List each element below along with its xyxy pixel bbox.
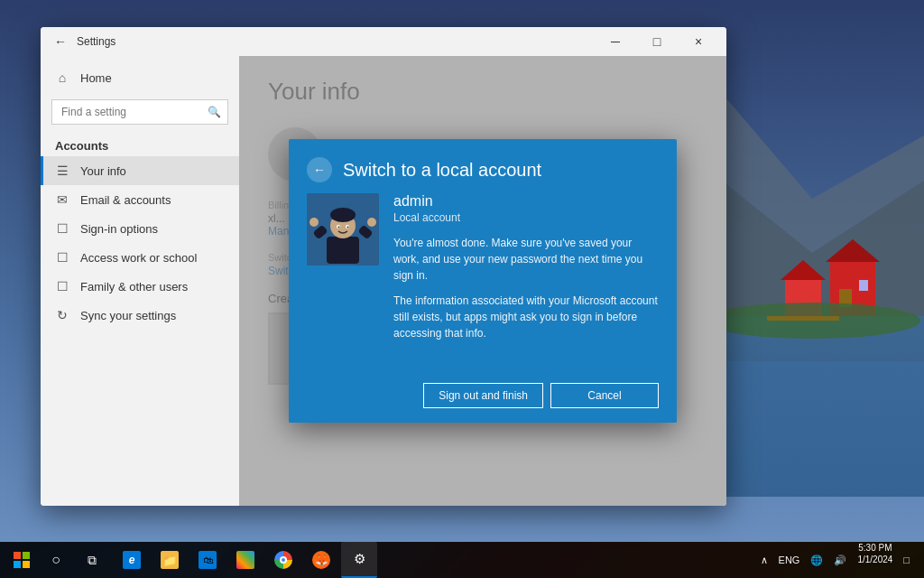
search-circle-icon: ○ (51, 552, 60, 568)
sidebar-item-your-info[interactable]: ☰ Your info (41, 156, 239, 185)
taskbar-edge-app[interactable]: e (114, 542, 150, 578)
store-icon: 🛍 (199, 551, 217, 569)
title-bar-controls: ─ □ × (595, 27, 719, 56)
settings-window: ← Settings ─ □ × ⌂ Home 🔍 Accounts ☰ You… (41, 27, 726, 506)
sidebar-item-sign-in-options[interactable]: ☐ Sign-in options (41, 214, 239, 243)
firefox-icon: 🦊 (312, 551, 330, 569)
sidebar-item-family-users[interactable]: ☐ Family & other users (41, 272, 239, 301)
close-button[interactable]: × (678, 27, 719, 56)
dialog-overlay: ← Switch to a local account (239, 56, 726, 506)
main-content: Your info Microsoft account Manage my Mi… (239, 56, 726, 506)
sign-in-icon: ☐ (55, 221, 69, 236)
sidebar-item-sync-label: Sync your settings (80, 309, 176, 322)
avatar-svg (307, 193, 379, 266)
sign-out-finish-button[interactable]: Sign out and finish (423, 383, 543, 408)
taskbar-explorer-app[interactable]: 📁 (152, 542, 188, 578)
svg-rect-15 (767, 316, 839, 321)
svg-rect-24 (332, 211, 354, 217)
svg-rect-30 (23, 552, 30, 559)
taskbar: ○ ⧉ e 📁 🛍 🦊 ⚙ ∧ ENG 🌐 🔊 (0, 542, 924, 578)
svg-point-27 (338, 227, 340, 228)
task-view-icon: ⧉ (88, 553, 97, 568)
dialog-footer: Sign out and finish Cancel (289, 368, 677, 423)
systray-volume[interactable]: 🔊 (830, 542, 850, 578)
sidebar-item-email-accounts[interactable]: ✉ Email & accounts (41, 185, 239, 214)
windows-logo-icon (14, 552, 30, 568)
sidebar-item-sync-settings[interactable]: ↻ Sync your settings (41, 301, 239, 330)
systray-clock[interactable]: 5:30 PM 1/1/2024 (854, 542, 896, 578)
settings-app-icon: ⚙ (354, 551, 365, 567)
taskbar-task-view[interactable]: ⧉ (74, 542, 110, 578)
taskbar-systray: ∧ ENG 🌐 🔊 5:30 PM 1/1/2024 □ (757, 542, 920, 578)
minimize-button[interactable]: ─ (595, 27, 636, 56)
dialog-info: admin Local account You're almost done. … (393, 193, 659, 350)
title-bar-title: Settings (77, 35, 116, 48)
dialog-avatar (307, 193, 379, 266)
taskbar-chrome-app[interactable] (265, 542, 301, 578)
svg-point-20 (310, 218, 319, 227)
file-explorer-icon: 📁 (161, 551, 179, 569)
sidebar-item-access-work[interactable]: ☐ Access work or school (41, 243, 239, 272)
your-info-icon: ☰ (55, 163, 69, 178)
sidebar-item-work-label: Access work or school (80, 251, 197, 265)
search-input[interactable] (51, 99, 228, 125)
sidebar-item-email-label: Email & accounts (80, 193, 171, 207)
dialog-username: admin (393, 193, 659, 210)
email-icon: ✉ (55, 192, 69, 207)
sidebar-item-family-label: Family & other users (80, 280, 188, 294)
dialog-header: ← Switch to a local account (289, 139, 677, 193)
sidebar: ⌂ Home 🔍 Accounts ☰ Your info ✉ Email & … (41, 56, 239, 506)
sync-icon: ↻ (55, 308, 69, 322)
taskbar-apps: e 📁 🛍 🦊 ⚙ (114, 542, 377, 578)
dialog-text-2: The information associated with your Mic… (393, 293, 659, 341)
colorful-app-icon (236, 551, 254, 569)
systray-network[interactable]: 🌐 (807, 542, 827, 578)
taskbar-colorful-app[interactable] (227, 542, 263, 578)
dialog-body: admin Local account You're almost done. … (289, 193, 677, 368)
dialog-account-type: Local account (393, 211, 659, 224)
systray-notification[interactable]: □ (900, 542, 913, 578)
dialog-back-button[interactable]: ← (307, 157, 332, 182)
family-icon: ☐ (55, 279, 69, 294)
start-button[interactable] (4, 542, 40, 578)
taskbar-store-app[interactable]: 🛍 (189, 542, 226, 578)
svg-point-28 (347, 227, 349, 228)
svg-point-21 (367, 218, 376, 227)
svg-rect-17 (327, 237, 359, 264)
systray-chevron[interactable]: ∧ (757, 542, 772, 578)
sidebar-section-title: Accounts (41, 132, 239, 156)
search-button[interactable]: ○ (40, 542, 72, 578)
work-icon: ☐ (55, 250, 69, 265)
edge-icon: e (123, 551, 141, 569)
dialog-title: Switch to a local account (343, 160, 541, 181)
sidebar-item-your-info-label: Your info (80, 164, 126, 178)
svg-rect-31 (14, 561, 21, 568)
sidebar-search: 🔍 (51, 99, 228, 125)
sidebar-home-item[interactable]: ⌂ Home (41, 63, 239, 92)
maximize-button[interactable]: □ (636, 27, 678, 56)
svg-rect-32 (23, 561, 30, 568)
title-bar: ← Settings ─ □ × (41, 27, 726, 56)
sidebar-item-signin-label: Sign-in options (80, 222, 158, 236)
systray-language[interactable]: ENG (775, 542, 804, 578)
svg-rect-11 (859, 280, 868, 291)
sidebar-home-label: Home (80, 71, 112, 85)
cancel-button[interactable]: Cancel (550, 383, 659, 408)
search-icon: 🔍 (208, 106, 221, 118)
dialog-text-1: You're almost done. Make sure you've sav… (393, 235, 659, 284)
taskbar-settings-app[interactable]: ⚙ (341, 542, 377, 578)
chrome-icon (274, 551, 292, 569)
switch-local-account-dialog: ← Switch to a local account (289, 139, 677, 423)
home-icon: ⌂ (55, 70, 69, 85)
taskbar-firefox-app[interactable]: 🦊 (303, 542, 339, 578)
window-content: ⌂ Home 🔍 Accounts ☰ Your info ✉ Email & … (41, 56, 726, 506)
svg-rect-29 (14, 552, 21, 559)
title-bar-back-button[interactable]: ← (48, 29, 73, 54)
